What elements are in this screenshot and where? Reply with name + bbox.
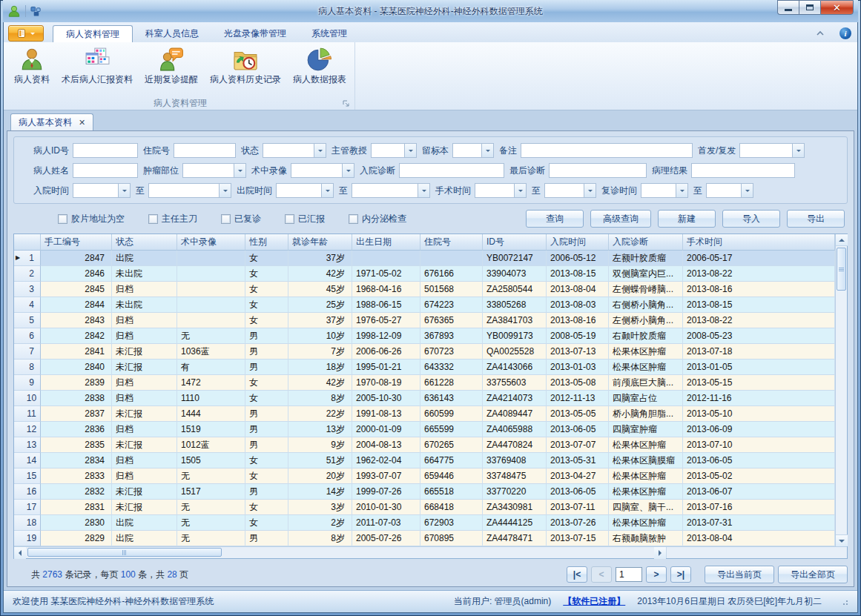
tab-close-icon[interactable]: ✕: [79, 119, 85, 127]
grid-column-header[interactable]: 入院诊断: [609, 234, 683, 251]
table-row[interactable]: 172831未汇报无女3岁2010-01-30668418ZA343098120…: [14, 500, 835, 515]
filter-combo[interactable]: [739, 143, 805, 158]
minimize-button[interactable]: [777, 0, 799, 15]
action-button[interactable]: 查询: [526, 210, 584, 228]
combo-dropdown-button[interactable]: [118, 184, 130, 197]
next-page-button[interactable]: >: [646, 566, 667, 583]
filter-combo[interactable]: [148, 183, 231, 198]
combo-dropdown-button[interactable]: [418, 184, 429, 197]
row-selector-cell[interactable]: 4: [14, 297, 41, 313]
application-menu-button[interactable]: [8, 25, 44, 42]
combo-dropdown-button[interactable]: [514, 184, 526, 197]
row-selector-cell[interactable]: ▶1: [14, 251, 41, 266]
table-row[interactable]: 112837未汇报1444男22岁1991-08-13660599ZA40894…: [14, 406, 835, 422]
grid-column-header[interactable]: 就诊年龄: [288, 234, 352, 251]
row-selector-cell[interactable]: 8: [14, 360, 41, 375]
grid-column-header[interactable]: 手工编号: [41, 234, 112, 251]
row-selector-cell[interactable]: 7: [14, 344, 41, 360]
ribbon-tab[interactable]: 科室人员信息: [133, 25, 211, 42]
ribbon-button[interactable]: 病人数据报表: [287, 44, 352, 88]
combo-dropdown-button[interactable]: [321, 184, 333, 197]
row-selector-cell[interactable]: 10: [14, 391, 41, 406]
close-button[interactable]: ✕: [820, 0, 854, 15]
row-selector-cell[interactable]: 3: [14, 282, 41, 297]
grid-column-header[interactable]: 入院时间: [547, 234, 609, 251]
action-button[interactable]: 导出: [787, 210, 845, 228]
table-row[interactable]: 102838归档1110女8岁2005-10-30636143ZA4214073…: [14, 391, 835, 406]
row-selector-cell[interactable]: 6: [14, 328, 41, 344]
horizontal-scrollbar[interactable]: [14, 547, 667, 558]
table-row[interactable]: 152833归档无女20岁1993-07-0765944633748475201…: [14, 468, 835, 484]
row-selector-cell[interactable]: 17: [14, 500, 41, 515]
ribbon-tab[interactable]: 病人资料管理: [53, 25, 133, 42]
horizontal-scroll-thumb[interactable]: [27, 548, 222, 557]
horizontal-scroll-track[interactable]: [26, 547, 654, 558]
filter-combo[interactable]: [371, 143, 417, 158]
table-row[interactable]: 22846未出院女42岁1971-05-02676166339040732013…: [14, 266, 835, 282]
table-row[interactable]: 32845归档女45岁1968-04-16501568ZA25805442013…: [14, 282, 835, 297]
filter-combo[interactable]: [544, 183, 596, 198]
prev-page-button[interactable]: <: [591, 566, 612, 583]
row-selector-cell[interactable]: 13: [14, 437, 41, 453]
ribbon-tab[interactable]: 光盘录像带管理: [211, 25, 299, 42]
first-page-button[interactable]: |<: [567, 566, 587, 583]
vertical-scroll-thumb[interactable]: [837, 248, 846, 291]
scroll-up-button[interactable]: [836, 234, 848, 246]
table-row[interactable]: 72841未汇报1036蓝男7岁2006-06-26670723QA002552…: [14, 344, 835, 360]
vertical-scrollbar[interactable]: [835, 234, 847, 546]
filter-combo[interactable]: [352, 183, 430, 198]
filter-combo[interactable]: [263, 143, 326, 158]
document-tab-active[interactable]: 病人基本资料 ✕: [10, 113, 93, 130]
combo-dropdown-button[interactable]: [314, 144, 326, 157]
filter-checkbox[interactable]: 内分泌检查: [349, 213, 406, 225]
table-row[interactable]: 82840未汇报有男18岁1995-01-21643332ZA414306620…: [14, 360, 835, 375]
combo-dropdown-button[interactable]: [404, 144, 416, 157]
row-selector-cell[interactable]: 19: [14, 531, 41, 546]
ribbon-tab[interactable]: 系统管理: [299, 25, 360, 42]
row-selector-cell[interactable]: 16: [14, 484, 41, 500]
quick-access-icon[interactable]: [30, 6, 42, 17]
combo-dropdown-button[interactable]: [584, 184, 596, 197]
table-row[interactable]: 42844未出院女25岁1988-06-15674223338052682013…: [14, 297, 835, 313]
collapse-ribbon-icon[interactable]: [816, 30, 825, 36]
app-logo-icon[interactable]: [7, 4, 21, 18]
table-row[interactable]: 142834归档1505女51岁1962-02-0466477533769408…: [14, 453, 835, 468]
table-row[interactable]: 52843归档女37岁1976-05-27676365ZA38417032013…: [14, 313, 835, 328]
ribbon-button[interactable]: 病人资料: [8, 44, 56, 88]
filter-input[interactable]: [521, 143, 693, 158]
filter-checkbox[interactable]: 主任主刀: [148, 213, 197, 225]
grid-column-header[interactable]: 状态: [112, 234, 177, 251]
filter-input[interactable]: [73, 163, 138, 178]
filter-combo[interactable]: [73, 183, 131, 198]
filter-checkbox[interactable]: 已汇报: [285, 213, 325, 225]
combo-dropdown-button[interactable]: [219, 184, 231, 197]
filter-input[interactable]: [73, 143, 138, 158]
action-button[interactable]: 新建: [658, 210, 716, 228]
filter-checkbox[interactable]: 已复诊: [221, 213, 261, 225]
filter-combo[interactable]: [276, 183, 334, 198]
combo-dropdown-button[interactable]: [481, 144, 493, 157]
filter-input[interactable]: [691, 163, 795, 178]
action-button[interactable]: 导入: [722, 210, 780, 228]
page-number-input[interactable]: [616, 567, 642, 582]
table-row[interactable]: ▶12847出院女37岁YB00721472006-05-12左额叶胶质瘤200…: [14, 251, 835, 266]
export-current-page-button[interactable]: 导出当前页: [705, 566, 774, 583]
export-all-pages-button[interactable]: 导出全部页: [778, 566, 848, 583]
filter-checkbox[interactable]: 胶片地址为空: [58, 213, 125, 225]
row-selector-cell[interactable]: 5: [14, 313, 41, 328]
grid-column-header[interactable]: ID号: [483, 234, 547, 251]
info-icon[interactable]: i: [839, 27, 851, 39]
row-selector-cell[interactable]: 15: [14, 468, 41, 484]
filter-combo[interactable]: [452, 143, 494, 158]
row-selector-cell[interactable]: 11: [14, 406, 41, 422]
scroll-right-button[interactable]: [654, 547, 666, 559]
combo-dropdown-button[interactable]: [741, 184, 753, 197]
table-row[interactable]: 132835未汇报1012蓝男9岁2004-08-13670265ZA44708…: [14, 437, 835, 453]
table-row[interactable]: 192829出院无男8岁2005-07-26670895ZA4478471201…: [14, 531, 835, 546]
ribbon-button[interactable]: 近期复诊提醒: [139, 44, 204, 88]
grid-column-header[interactable]: 住院号: [420, 234, 483, 251]
filter-input[interactable]: [549, 163, 647, 178]
filter-input[interactable]: [399, 163, 504, 178]
grid-column-header[interactable]: 性别: [245, 234, 288, 251]
table-row[interactable]: 182830出院无女2岁2011-07-03672903ZA4444125201…: [14, 515, 835, 531]
